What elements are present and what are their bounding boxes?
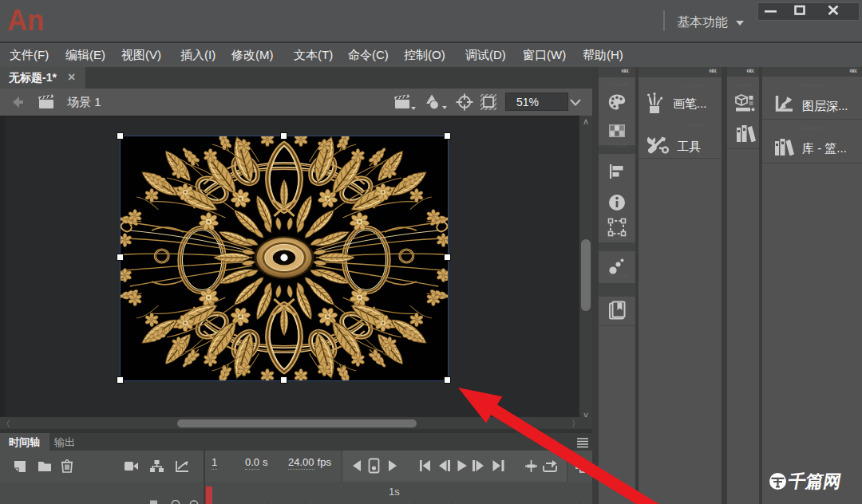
svg-text:千篇网: 千篇网 <box>786 471 843 491</box>
